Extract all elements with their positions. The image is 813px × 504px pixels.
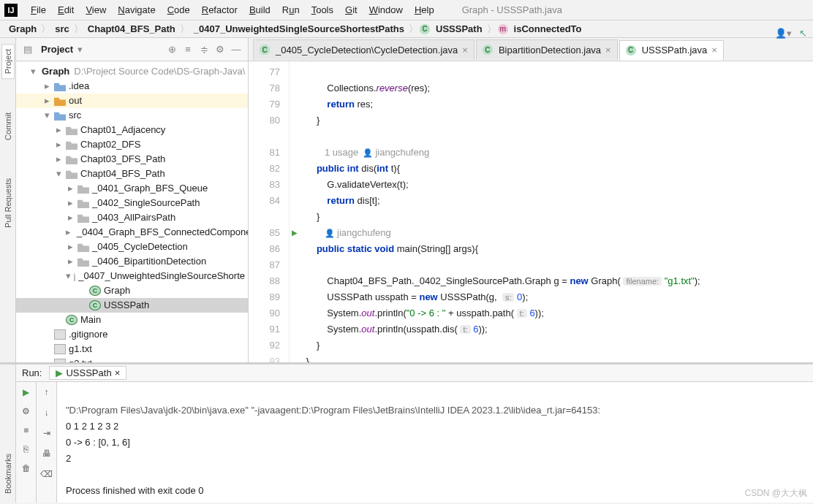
tree-item[interactable]: ▸_0405_CycleDetection: [16, 240, 248, 254]
tree-item[interactable]: ▸_0403_AllPairsPath: [16, 210, 248, 225]
console-output[interactable]: "D:\Program Files\Java\jdk-20\bin\java.e…: [57, 382, 813, 503]
tree-item[interactable]: ▾src: [16, 108, 248, 123]
search-icon[interactable]: ↖: [799, 28, 807, 39]
tree-item[interactable]: ▸Chapt01_Adjacency: [16, 123, 248, 137]
project-view-icon[interactable]: ▤: [22, 44, 34, 56]
folder-icon: [54, 110, 66, 121]
menu-view[interactable]: View: [80, 4, 112, 15]
tree-item[interactable]: ▸_0401_Graph_BFS_Queue: [16, 181, 248, 196]
tree-item[interactable]: ▸_0404_Graph_BFS_ConnectedCompone: [16, 225, 248, 240]
tree-item[interactable]: ▾_0407_UnweightedSingleSourceShorte: [16, 269, 248, 283]
menu-bar: IJ File Edit View Navigate Code Refactor…: [0, 0, 813, 20]
menu-git[interactable]: Git: [339, 4, 363, 15]
toolbar-right: 👤▾ ↖: [775, 28, 807, 39]
tree-item[interactable]: ▸Chapt02_DFS: [16, 137, 248, 152]
class-icon: [89, 300, 101, 310]
clear-icon[interactable]: ⌫: [41, 468, 53, 480]
file-icon: [54, 344, 66, 354]
down-icon[interactable]: ↓: [41, 407, 53, 419]
editor-tabs: C _0405_CycleDetection\CycleDetection.ja…: [249, 38, 813, 61]
pkg-icon: [66, 154, 77, 164]
editor: C _0405_CycleDetection\CycleDetection.ja…: [249, 38, 813, 362]
tree-item[interactable]: ▸Chapt03_DFS_Path: [16, 152, 248, 167]
tree-item[interactable]: .gitignore: [16, 327, 248, 342]
crumb-method[interactable]: isConnectedTo: [511, 23, 585, 34]
user-icon[interactable]: 👤▾: [775, 28, 792, 39]
method-icon: m: [498, 24, 508, 34]
left-tool-strip-bottom: Bookmarks: [0, 364, 16, 503]
crumb-graph[interactable]: Graph: [6, 23, 39, 34]
project-tree[interactable]: ▾GraphD:\Project Source Code\DS-Graph-Ja…: [16, 61, 248, 362]
tree-item[interactable]: USSSPath: [16, 298, 248, 313]
folder-o-icon: [54, 96, 66, 106]
tab-ussspath[interactable]: C USSSPath.java ×: [619, 40, 724, 61]
menu-window[interactable]: Window: [363, 4, 409, 15]
close-icon[interactable]: ×: [115, 367, 121, 378]
pkg-icon: [77, 213, 89, 223]
print-icon[interactable]: 🖶: [41, 448, 53, 459]
pkg-icon: [77, 242, 89, 252]
tree-item[interactable]: Main: [16, 313, 248, 327]
sidebar-title: Project: [41, 44, 73, 55]
close-icon[interactable]: ×: [462, 45, 468, 56]
menu-edit[interactable]: Edit: [52, 4, 80, 15]
pkg-icon: [77, 256, 89, 267]
class-icon: C: [483, 45, 493, 55]
pkg-icon: [66, 169, 77, 179]
menu-code[interactable]: Code: [162, 4, 196, 15]
vtab-commit[interactable]: Commit: [2, 108, 14, 145]
debug-icon[interactable]: ⚙: [20, 405, 32, 417]
tree-item[interactable]: Graph: [16, 283, 248, 298]
crumb-ch04[interactable]: Chapt04_BFS_Path: [85, 23, 178, 34]
settings-icon[interactable]: ⚙: [214, 44, 226, 56]
run-tool-window: Bookmarks Run: ▶ USSSPath × ▶ ⚙ ■ ⎘ 🗑 ↑ …: [0, 362, 813, 503]
hide-icon[interactable]: —: [230, 44, 242, 56]
tree-item[interactable]: ▾GraphD:\Project Source Code\DS-Graph-Ja…: [16, 64, 248, 79]
trash-icon[interactable]: 🗑: [20, 462, 32, 474]
stop-icon[interactable]: ■: [20, 424, 32, 436]
menu-tools[interactable]: Tools: [306, 4, 339, 15]
close-icon[interactable]: ×: [605, 45, 611, 56]
crumb-src[interactable]: src: [52, 23, 72, 34]
run-toolbar-left2: ↑ ↓ ⇥ 🖶 ⌫: [37, 382, 57, 503]
dump-icon[interactable]: ⎘: [20, 443, 32, 455]
run-icon[interactable]: ▶: [20, 386, 32, 398]
menu-help[interactable]: Help: [409, 4, 440, 15]
tree-item[interactable]: ▾Chapt04_BFS_Path: [16, 167, 248, 181]
file-icon: [54, 359, 66, 362]
tree-item[interactable]: ▸.idea: [16, 79, 248, 93]
crumb-class[interactable]: USSSPath: [433, 23, 485, 34]
tree-item[interactable]: ▸out: [16, 93, 248, 108]
vtab-bookmarks[interactable]: Bookmarks: [2, 449, 14, 498]
menu-file[interactable]: File: [25, 4, 52, 15]
class-icon: [66, 315, 77, 325]
tree-item[interactable]: g2.txt: [16, 356, 248, 362]
wrap-icon[interactable]: ⇥: [41, 427, 53, 439]
expand-icon[interactable]: ≡: [182, 44, 194, 56]
menu-run[interactable]: Run: [276, 4, 306, 15]
close-icon[interactable]: ×: [711, 45, 717, 56]
tab-bipartition[interactable]: C BipartitionDetection.java ×: [476, 39, 618, 60]
code-area[interactable]: Collections.reverse(res); return res; } …: [290, 61, 813, 362]
locate-icon[interactable]: ⊕: [166, 44, 178, 56]
pkg-icon: [74, 271, 75, 281]
line-gutter: 77787980 81828384 858687888990919293: [249, 61, 290, 362]
menu-build[interactable]: Build: [243, 4, 276, 15]
tab-cycledetection[interactable]: C _0405_CycleDetection\CycleDetection.ja…: [253, 39, 474, 60]
class-icon: [89, 286, 101, 296]
sidebar-header: ▤ Project ▾ ⊕ ≡ ≑ ⚙ —: [16, 38, 248, 61]
menu-refactor[interactable]: Refactor: [196, 4, 243, 15]
vtab-project[interactable]: Project: [1, 44, 15, 79]
pkg-icon: [77, 183, 89, 194]
tree-item[interactable]: ▸_0402_SingleSourcePath: [16, 196, 248, 210]
tree-item[interactable]: ▸_0406_BipartitionDetection: [16, 254, 248, 269]
collapse-icon[interactable]: ≑: [198, 44, 210, 56]
class-icon: C: [260, 45, 270, 55]
vtab-pull-requests[interactable]: Pull Requests: [2, 174, 14, 232]
pkg-icon: [66, 125, 77, 135]
menu-navigate[interactable]: Navigate: [112, 4, 161, 15]
tree-item[interactable]: g1.txt: [16, 342, 248, 356]
up-icon[interactable]: ↑: [41, 386, 53, 398]
run-config-tab[interactable]: ▶ USSSPath ×: [49, 366, 126, 380]
crumb-pkg[interactable]: _0407_UnweightedSingleSourceShortestPath…: [191, 23, 407, 34]
